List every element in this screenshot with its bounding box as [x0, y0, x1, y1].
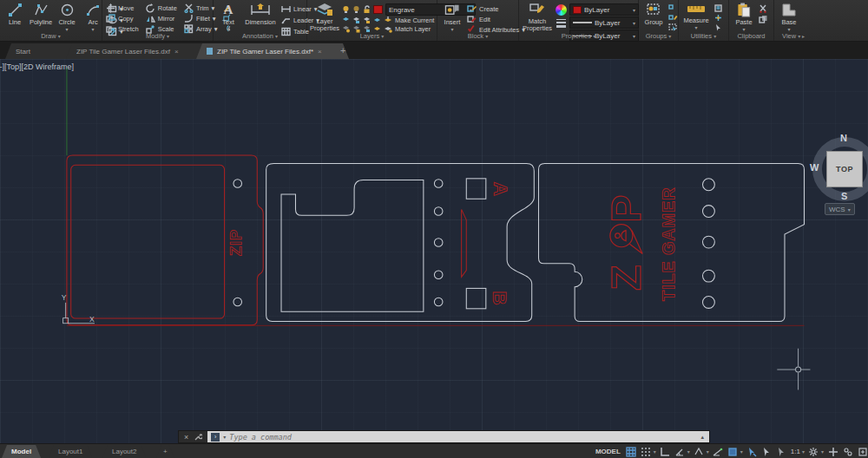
model-space-label[interactable]: MODEL — [595, 448, 621, 455]
layer-properties-button[interactable]: Layer Properties — [311, 2, 339, 32]
layer-freeze-icon[interactable] — [352, 5, 360, 14]
viewcube-top-face[interactable]: TOP — [826, 151, 863, 187]
hole-circle[interactable] — [434, 180, 443, 188]
layer-freeze2-icon[interactable] — [373, 16, 381, 24]
insert-button[interactable]: Insert ▾ — [441, 2, 464, 32]
id-point-icon[interactable] — [713, 14, 723, 22]
group-edit-icon[interactable] — [668, 14, 678, 22]
zip-logo-engraving[interactable]: Z P — [602, 194, 649, 291]
make-current-button[interactable]: Make Current — [384, 16, 434, 24]
trim-button[interactable]: Trim▾ — [184, 3, 218, 13]
viewcube-north[interactable]: N — [840, 133, 847, 143]
tile-gamer-engraving[interactable]: TILE GAMER — [659, 186, 678, 301]
text-button[interactable]: A Text ▾ — [217, 2, 240, 32]
lineweight-dropdown[interactable]: ByLayer▾ — [569, 16, 639, 29]
close-icon[interactable]: × — [174, 48, 179, 56]
polar-tracking-icon[interactable] — [674, 446, 686, 457]
match-properties-button[interactable]: Match Properties — [523, 2, 552, 32]
tab-drawing-inactive[interactable]: ZIP Tile Gamer Laser Files.dxf× — [66, 43, 210, 59]
group-select-icon[interactable] — [668, 23, 678, 31]
zip-engraving-small[interactable]: ZIP — [227, 229, 245, 256]
hole-circle[interactable] — [702, 270, 714, 282]
workspace-gear-icon[interactable] — [808, 446, 819, 457]
tab-drawing-active[interactable]: ZIP Tile Gamer Laser Files.dxf*× — [196, 43, 349, 59]
viewcube-west[interactable]: W — [810, 162, 819, 173]
command-history-icon[interactable]: ▴ — [700, 434, 706, 441]
lineweight-icon[interactable] — [556, 18, 567, 28]
quick-calc-icon[interactable] — [713, 4, 723, 12]
annotation-person-icon[interactable] — [776, 446, 787, 457]
annotation-scale-button[interactable]: 1:1 — [791, 448, 800, 455]
move-button[interactable]: Move — [106, 3, 139, 13]
copy-clip-icon[interactable] — [759, 15, 768, 23]
layer-unisolate-icon[interactable] — [363, 16, 371, 24]
isodraft-icon[interactable] — [694, 446, 705, 457]
layer-isolate-icon[interactable] — [352, 16, 360, 24]
hole-circle[interactable] — [702, 206, 714, 218]
new-drawing-tab-button[interactable]: + — [340, 45, 345, 56]
hole-circle[interactable] — [434, 298, 443, 306]
wcs-dropdown[interactable]: WCS▾ — [825, 203, 855, 215]
osnap-tracking-icon[interactable] — [713, 446, 724, 457]
close-icon[interactable]: × — [318, 48, 322, 56]
polyline-button[interactable]: Polyline — [30, 2, 52, 32]
arc-button[interactable]: Arc ▾ — [82, 2, 104, 32]
command-customize-icon[interactable] — [194, 433, 202, 442]
paste-button[interactable]: Paste ▾ — [733, 2, 755, 32]
ortho-mode-icon[interactable] — [660, 446, 671, 457]
hole-circle[interactable] — [702, 297, 714, 309]
snap-mode-icon[interactable] — [641, 446, 652, 457]
mirror-button[interactable]: Mirror — [146, 14, 177, 23]
tab-layout1[interactable]: Layout1 — [49, 445, 92, 458]
copy-button[interactable]: Copy — [106, 14, 139, 23]
hole-circle[interactable] — [702, 236, 714, 248]
layer-unlock-icon[interactable] — [363, 5, 371, 14]
line-button[interactable]: Line — [3, 2, 26, 32]
annotation-visibility-icon[interactable] — [746, 446, 758, 457]
hole-circle[interactable] — [434, 239, 443, 247]
object-color-dropdown[interactable]: ByLayer▾ — [569, 3, 639, 16]
quick-select-icon[interactable] — [713, 23, 723, 31]
measure-button[interactable]: Measure ▾ — [682, 2, 710, 32]
middle-inner-cutout[interactable] — [281, 180, 424, 312]
isolate-objects-icon[interactable] — [842, 446, 853, 457]
layer-on-icon[interactable] — [342, 5, 350, 14]
hole-circle[interactable] — [702, 179, 714, 191]
square-cutout-a[interactable] — [466, 179, 486, 199]
red-inner-rect[interactable] — [71, 165, 225, 318]
color-wheel-icon[interactable] — [556, 4, 567, 16]
model-geometry[interactable]: ZIP A B Z P — [0, 59, 868, 443]
label-b-engraving[interactable]: B — [489, 291, 510, 305]
hole-circle[interactable] — [233, 180, 242, 188]
square-cutout-b[interactable] — [466, 288, 486, 308]
command-input[interactable]: › ▾ Type a command ▴ — [207, 431, 709, 442]
base-button[interactable]: Base ▾ — [778, 2, 800, 32]
tab-layout2[interactable]: Layout2 — [102, 445, 146, 458]
ungroup-icon[interactable] — [668, 4, 678, 12]
grid-display-icon[interactable] — [626, 446, 637, 457]
edit-block-button[interactable]: Edit — [467, 15, 490, 23]
group-button[interactable]: Group — [642, 2, 665, 32]
hole-circle[interactable] — [233, 298, 242, 306]
viewcube-south[interactable]: S — [841, 191, 847, 201]
annotation-autoscale-icon[interactable] — [761, 446, 773, 457]
clean-screen-icon[interactable] — [827, 446, 838, 457]
hole-circle[interactable] — [434, 207, 443, 216]
hole-circle[interactable] — [434, 271, 443, 279]
rotate-button[interactable]: Rotate — [146, 3, 177, 13]
fillet-button[interactable]: Fillet▾ — [184, 14, 218, 23]
red-sliver-engraving[interactable] — [462, 209, 467, 277]
dimension-button[interactable]: Dimension — [243, 2, 278, 32]
cut-icon[interactable] — [759, 4, 768, 13]
circle-button[interactable]: Circle ▾ — [56, 2, 78, 32]
layer-color-swatch[interactable] — [373, 5, 383, 14]
command-close-icon[interactable]: × — [184, 433, 188, 442]
new-layout-button[interactable]: + — [156, 445, 174, 458]
create-block-button[interactable]: Create — [467, 4, 499, 13]
drawing-canvas[interactable]: [-][Top][2D Wireframe] ZIP A B — [0, 59, 868, 443]
tab-model[interactable]: Model — [2, 445, 41, 458]
label-a-engraving[interactable]: A — [490, 182, 511, 196]
object-snap-icon[interactable] — [727, 446, 739, 457]
layer-state-icon[interactable] — [342, 16, 350, 24]
customization-icon[interactable] — [857, 446, 868, 457]
